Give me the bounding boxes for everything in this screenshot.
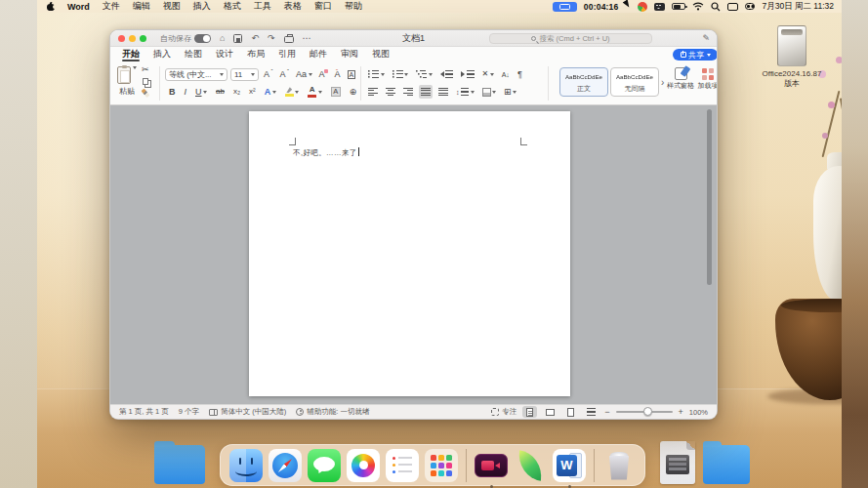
menubar-app-name[interactable]: Word: [67, 2, 90, 12]
dock-trash-icon[interactable]: [602, 449, 636, 482]
focus-toggle[interactable]: 专注: [491, 407, 517, 417]
phonetic-guide-button[interactable]: ˜A: [333, 67, 343, 81]
tab-insert[interactable]: 插入: [153, 47, 171, 61]
dock-safari-icon[interactable]: [269, 449, 302, 482]
zoom-slider-knob[interactable]: [643, 407, 652, 416]
justify-button[interactable]: [419, 85, 433, 99]
align-right-button[interactable]: [401, 85, 415, 99]
tab-review[interactable]: 审阅: [341, 47, 358, 61]
style-normal[interactable]: AaBbCcDdEe 正文: [559, 67, 608, 97]
close-button[interactable]: [118, 35, 125, 42]
zoom-in-button[interactable]: +: [679, 408, 683, 417]
align-left-button[interactable]: [366, 85, 380, 99]
style-no-spacing[interactable]: AaBbCcDdEe 无间隔: [610, 67, 659, 97]
view-web-layout-button[interactable]: [543, 406, 558, 418]
tab-references[interactable]: 引用: [278, 47, 296, 61]
paste-button[interactable]: 粘贴: [117, 66, 137, 97]
addins-button[interactable]: 加载项: [694, 67, 718, 90]
menu-item-view[interactable]: 视图: [163, 0, 181, 13]
desktop-file[interactable]: [660, 441, 695, 484]
styles-more-button[interactable]: ›: [661, 77, 664, 88]
menu-item-help[interactable]: 帮助: [345, 0, 362, 13]
dock-reminders-icon[interactable]: [386, 449, 419, 482]
clear-formatting-button[interactable]: A: [317, 67, 331, 81]
show-marks-button[interactable]: ¶: [516, 67, 524, 81]
pointer-icon[interactable]: [623, 0, 634, 12]
accessibility-status[interactable]: 辅助功能: 一切就绪: [296, 407, 369, 417]
borders-button[interactable]: ⊞: [502, 85, 518, 99]
increase-indent-button[interactable]: [459, 67, 476, 81]
change-case-button[interactable]: Aa: [294, 67, 314, 81]
undo-button[interactable]: ↶: [251, 34, 259, 43]
tab-mailings[interactable]: 邮件: [310, 47, 327, 61]
dock-leaf-app-icon[interactable]: [514, 449, 547, 482]
highlight-button[interactable]: [283, 85, 302, 99]
menu-item-insert[interactable]: 插入: [193, 0, 211, 13]
input-method-icon[interactable]: [638, 2, 647, 12]
zoom-out-button[interactable]: −: [604, 408, 609, 417]
tab-design[interactable]: 设计: [216, 47, 233, 61]
wifi-icon[interactable]: [692, 2, 704, 11]
screen-recording-indicator[interactable]: [553, 2, 577, 12]
menu-item-table[interactable]: 表格: [284, 0, 302, 13]
menu-item-file[interactable]: 文件: [103, 0, 120, 13]
shrink-font-button[interactable]: Aˇ: [278, 67, 292, 81]
view-draft-button[interactable]: [584, 406, 599, 418]
menu-item-window[interactable]: 窗口: [314, 0, 332, 13]
zoom-level[interactable]: 100%: [689, 408, 708, 417]
menu-item-format[interactable]: 格式: [224, 0, 241, 13]
decrease-indent-button[interactable]: [438, 67, 456, 81]
spotlight-search-icon[interactable]: [711, 2, 721, 12]
save-icon[interactable]: [233, 34, 242, 43]
autosave-toggle[interactable]: [194, 34, 211, 43]
superscript-button[interactable]: x²: [247, 85, 258, 99]
text-effects-button[interactable]: A: [263, 85, 278, 99]
format-painter-button[interactable]: [142, 89, 149, 98]
dock-screen-recorder-icon[interactable]: [475, 449, 508, 482]
subscript-button[interactable]: x₂: [231, 85, 242, 99]
dock-word-icon[interactable]: W: [553, 449, 586, 482]
strikethrough-button[interactable]: ab: [214, 85, 227, 99]
font-size-select[interactable]: 11: [230, 68, 259, 81]
zoom-slider[interactable]: [616, 411, 673, 413]
multilevel-list-button[interactable]: [414, 67, 434, 81]
desktop-folder-right[interactable]: [703, 445, 750, 484]
italic-button[interactable]: I: [183, 85, 189, 99]
dock-finder-icon[interactable]: [229, 449, 263, 482]
tab-layout[interactable]: 布局: [247, 47, 265, 61]
home-icon[interactable]: ⌂: [220, 34, 225, 43]
cut-button[interactable]: ✂: [142, 65, 149, 74]
keyboard-icon[interactable]: [654, 3, 665, 11]
menubar-clock[interactable]: 7月30日 周二 11:32: [762, 1, 834, 13]
battery-icon[interactable]: [672, 3, 685, 10]
font-name-select[interactable]: 等线 (中文...: [165, 68, 227, 81]
menu-item-edit[interactable]: 编辑: [133, 0, 150, 13]
bold-button[interactable]: B: [167, 85, 178, 99]
display-icon[interactable]: [727, 3, 738, 11]
word-count[interactable]: 9 个字: [179, 407, 199, 417]
document-page[interactable]: 不,好吧。……来了: [249, 111, 570, 396]
more-toolbar-button[interactable]: ⋯: [303, 34, 311, 43]
asian-layout-button[interactable]: ✕: [480, 67, 496, 81]
proofing-language[interactable]: 简体中文 (中国大陆): [209, 407, 286, 417]
share-button[interactable]: 共享: [673, 49, 718, 61]
ribbon-search-input[interactable]: 搜索 (Cmd + Ctrl + U): [489, 33, 652, 44]
distributed-button[interactable]: [436, 85, 450, 99]
styles-pane-button[interactable]: 样式窗格: [667, 67, 694, 90]
dock-messages-icon[interactable]: [308, 449, 341, 482]
minimize-button[interactable]: [129, 35, 136, 42]
control-center-icon[interactable]: [745, 3, 755, 10]
sort-button[interactable]: A↓: [500, 67, 512, 81]
fullscreen-button[interactable]: [140, 35, 146, 42]
font-color-button[interactable]: A: [306, 85, 324, 99]
desktop-office-installer[interactable]: Office2024.16.87 版本: [753, 25, 831, 88]
view-print-layout-button[interactable]: [522, 406, 537, 418]
numbering-button[interactable]: [391, 67, 411, 81]
copy-button[interactable]: [143, 78, 148, 85]
apple-menu-icon[interactable]: [47, 2, 55, 11]
align-center-button[interactable]: [384, 85, 397, 99]
redo-button[interactable]: ↷: [268, 34, 275, 43]
bullets-button[interactable]: [366, 67, 387, 81]
character-shading-button[interactable]: A: [329, 85, 343, 99]
shading-button[interactable]: [480, 85, 499, 99]
